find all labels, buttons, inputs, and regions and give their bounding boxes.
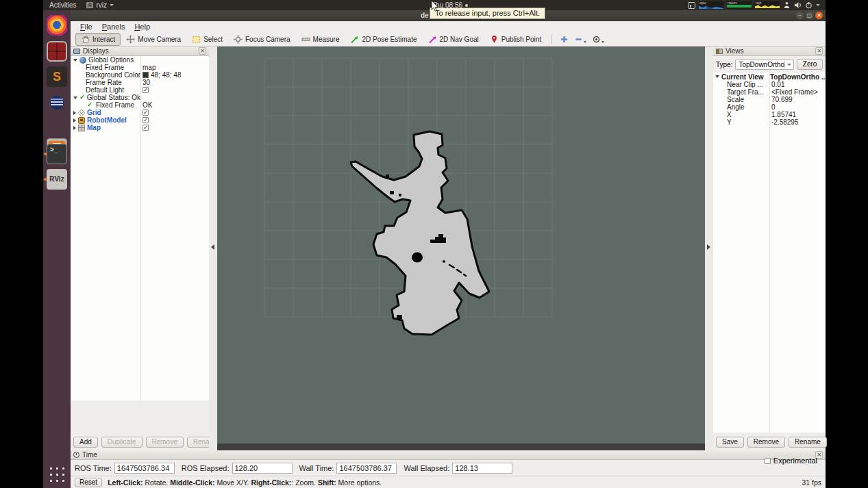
volume-icon[interactable] <box>794 1 802 9</box>
checkbox[interactable] <box>142 87 149 93</box>
monitor-applet-icon[interactable] <box>688 2 695 9</box>
checkbox[interactable] <box>142 125 149 131</box>
expander-icon[interactable] <box>715 75 719 78</box>
eclipse-icon[interactable] <box>47 92 67 113</box>
checkbox[interactable] <box>142 117 149 123</box>
chevron-down-icon[interactable] <box>816 4 820 6</box>
wall-time-input[interactable] <box>336 463 397 474</box>
chevron-down-icon <box>602 41 604 43</box>
close-icon[interactable]: ✕ <box>815 47 823 55</box>
tree-row[interactable]: Background Color 48; 48; 48 <box>71 71 209 79</box>
collapse-left-icon[interactable] <box>211 244 214 250</box>
sublime-text-icon[interactable]: S <box>47 66 67 87</box>
chevron-down-icon <box>787 64 791 66</box>
net-graph[interactable]: net <box>755 1 780 9</box>
window-title: de <box>421 12 429 19</box>
close-icon[interactable]: ✕ <box>199 47 206 55</box>
tool-2d-nav-goal[interactable]: 2D Nav Goal <box>423 33 484 46</box>
rviz-mini-icon: R <box>86 2 93 8</box>
expander-icon[interactable] <box>73 111 76 115</box>
view-type-combo[interactable]: TopDownOrtho <box>735 60 794 70</box>
power-icon[interactable] <box>805 1 813 9</box>
minimize-button[interactable]: − <box>796 12 804 19</box>
right-splitter[interactable] <box>705 47 713 450</box>
menu-panels[interactable]: Panels <box>97 23 130 31</box>
nav-goal-arrow-icon <box>428 35 437 44</box>
zero-button[interactable]: Zero <box>797 59 823 70</box>
global-options-icon <box>79 57 86 64</box>
tree-row[interactable]: Grid <box>71 109 209 116</box>
dock: S >_ RViz <box>43 10 71 488</box>
tool-options-button[interactable] <box>589 34 607 44</box>
ros-elapsed-input[interactable] <box>232 463 293 474</box>
tree-row[interactable]: Fixed Frame OK <box>71 101 209 109</box>
duplicate-button[interactable]: Duplicate <box>101 437 142 448</box>
menu-help[interactable]: Help <box>129 23 155 31</box>
add-button[interactable]: Add <box>73 437 98 448</box>
chevron-down-icon <box>110 4 114 6</box>
tool-focus-camera[interactable]: Focus Camera <box>228 33 296 46</box>
expander-icon[interactable] <box>73 126 76 130</box>
virtual-console-icon[interactable] <box>47 41 67 62</box>
displays-panel-titlebar[interactable]: Displays ✕ <box>71 47 209 56</box>
fps-counter: 31 fps <box>802 478 821 487</box>
add-tool-button[interactable] <box>557 34 571 44</box>
expander-icon[interactable] <box>73 97 77 99</box>
tree-row[interactable]: Frame Rate 30 <box>71 79 209 86</box>
tool-measure[interactable]: Measure <box>296 33 345 46</box>
close-button[interactable]: ✕ <box>815 12 823 19</box>
rename-view-button[interactable]: Rename <box>789 437 827 448</box>
displays-panel: Displays ✕ Global Options Fixed Frame ma… <box>71 47 209 450</box>
ros-elapsed-label: ROS Elapsed: <box>182 464 230 472</box>
mem-graph[interactable]: mem <box>727 1 752 9</box>
views-panel-titlebar[interactable]: Views ✕ <box>713 47 826 56</box>
expander-icon[interactable] <box>73 118 76 123</box>
expander-icon[interactable] <box>73 59 77 62</box>
reset-button[interactable]: Reset <box>75 478 102 487</box>
select-box-icon <box>192 35 201 44</box>
tree-row[interactable]: RobotModel <box>71 116 209 124</box>
ros-time-input[interactable] <box>114 463 175 474</box>
terminal-icon[interactable]: >_ <box>47 144 67 164</box>
tool-interact[interactable]: Interact <box>75 33 121 46</box>
app-menu[interactable]: R rviz <box>82 1 118 9</box>
render-viewport[interactable] <box>217 47 705 450</box>
hand-icon <box>81 35 90 44</box>
map-canvas[interactable] <box>217 47 705 444</box>
tree-row[interactable]: Map <box>71 124 209 131</box>
views-tree[interactable]: Current View TopDownOrtho ... Near Clip … <box>713 73 826 433</box>
remove-tool-button[interactable] <box>571 34 589 44</box>
remove-view-button[interactable]: Remove <box>747 437 785 448</box>
pose-arrow-icon <box>350 35 359 44</box>
rviz-dock-icon[interactable]: RViz <box>47 169 67 190</box>
toolbar-separator <box>551 34 552 44</box>
left-splitter[interactable] <box>209 47 217 450</box>
time-panel: Time ✕ ROS Time: ROS Elapsed: Wall Time: <box>71 450 826 476</box>
activities-button[interactable]: Activities <box>43 0 82 10</box>
tree-row[interactable]: Default Light <box>71 86 209 94</box>
tree-row[interactable]: Fixed Frame map <box>71 64 209 71</box>
experimental-checkbox[interactable] <box>765 458 771 464</box>
maximize-button[interactable]: ▢ <box>806 12 813 19</box>
tool-2d-pose-estimate[interactable]: 2D Pose Estimate <box>345 33 422 46</box>
collapse-right-icon[interactable] <box>707 244 710 250</box>
tool-select[interactable]: Select <box>186 33 228 46</box>
experimental-label: Experimental <box>773 457 817 465</box>
tree-row[interactable]: Global Options <box>71 56 209 64</box>
checkbox[interactable] <box>142 110 149 116</box>
grid-display-icon <box>77 109 85 116</box>
time-panel-titlebar[interactable]: Time ✕ <box>71 450 826 460</box>
show-applications-icon[interactable] <box>49 466 65 483</box>
save-button[interactable]: Save <box>716 437 744 448</box>
remove-button[interactable]: Remove <box>146 437 184 448</box>
cpu-graph[interactable]: cpu <box>699 1 723 9</box>
robot-marker[interactable] <box>412 253 423 263</box>
tool-publish-point[interactable]: Publish Point <box>484 33 547 46</box>
network-icon[interactable] <box>783 1 791 9</box>
menu-file[interactable]: File <box>75 23 97 31</box>
tool-move-camera[interactable]: Move Camera <box>121 33 186 46</box>
displays-tree[interactable]: Global Options Fixed Frame map Backgroun… <box>71 56 209 400</box>
tree-row[interactable]: Global Status: Ok <box>71 94 209 101</box>
wall-elapsed-input[interactable] <box>452 463 512 474</box>
firefox-icon[interactable] <box>47 15 67 36</box>
